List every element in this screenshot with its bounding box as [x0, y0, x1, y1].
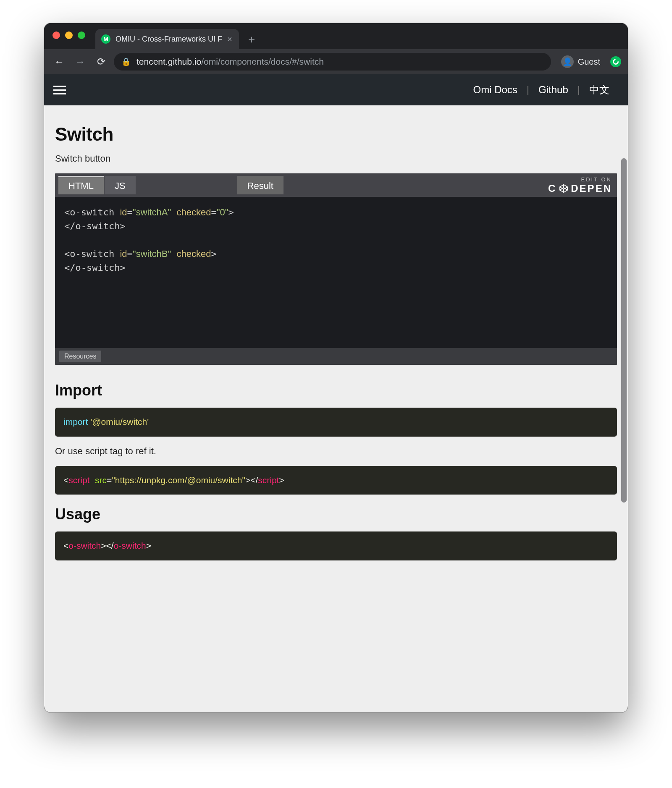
forward-button[interactable]: →: [72, 53, 89, 70]
code-usage[interactable]: <o-switch></o-switch>: [55, 531, 617, 560]
browser-tab[interactable]: M OMIU - Cross-Frameworks UI F ×: [95, 29, 239, 49]
back-button[interactable]: ←: [51, 53, 68, 70]
maximize-window-button[interactable]: [78, 31, 85, 39]
tab-js[interactable]: JS: [105, 176, 136, 194]
header-links: Omi Docs | Github | 中文: [464, 83, 619, 97]
profile-button[interactable]: 👤 Guest: [561, 55, 600, 68]
browser-window: M OMIU - Cross-Frameworks UI F × ＋ ← → ⟳…: [44, 23, 628, 712]
titlebar: M OMIU - Cross-Frameworks UI F × ＋: [44, 23, 628, 49]
page-subtitle: Switch button: [55, 153, 617, 164]
profile-label: Guest: [578, 57, 600, 67]
codepen-edit-link[interactable]: EDIT ON C DEPEN: [548, 176, 612, 194]
codepen-logo: C DEPEN: [548, 183, 612, 194]
app-header: Omi Docs | Github | 中文: [44, 74, 628, 105]
new-tab-button[interactable]: ＋: [243, 31, 260, 47]
page-title: Switch: [55, 124, 617, 145]
url-path: /omi/components/docs/#/switch: [201, 57, 324, 66]
code-editor[interactable]: <o-switch id="switchA" checked="0"> </o-…: [55, 197, 617, 348]
browser-toolbar: ← → ⟳ 🔒 tencent.github.io/omi/components…: [44, 49, 628, 74]
reload-button[interactable]: ⟳: [93, 53, 110, 70]
close-window-button[interactable]: [52, 31, 60, 39]
section-usage: Usage: [55, 505, 617, 523]
profile-avatar-icon: 👤: [561, 55, 574, 68]
code-script-tag[interactable]: <script src="https://unpkg.com/@omiu/swi…: [55, 466, 617, 495]
minimize-window-button[interactable]: [65, 31, 73, 39]
code-import[interactable]: import '@omiu/switch': [55, 408, 617, 437]
page-body: Omi Docs | Github | 中文 Switch Switch but…: [44, 74, 628, 712]
resources-button[interactable]: Resources: [59, 351, 101, 362]
codepen-icon: [559, 184, 568, 193]
tab-title: OMIU - Cross-Frameworks UI F: [116, 35, 222, 44]
edit-on-label: EDIT ON: [548, 176, 612, 183]
import-note: Or use script tag to ref it.: [55, 446, 617, 457]
address-bar[interactable]: 🔒 tencent.github.io/omi/components/docs/…: [114, 53, 551, 71]
menu-icon[interactable]: [53, 86, 66, 94]
link-github[interactable]: Github: [529, 84, 578, 96]
link-omi-docs[interactable]: Omi Docs: [464, 84, 526, 96]
tab-result[interactable]: Result: [237, 176, 284, 194]
tab-favicon: M: [101, 34, 110, 44]
section-import: Import: [55, 382, 617, 399]
codepen-tabs: HTML JS Result EDIT ON C DEPEN: [55, 173, 617, 197]
window-controls: [52, 31, 95, 49]
extension-icon[interactable]: [610, 56, 621, 67]
lock-icon: 🔒: [121, 57, 131, 66]
codepen-embed: HTML JS Result EDIT ON C DEPEN <o-switch…: [55, 173, 617, 365]
url-host: tencent.github.io: [136, 57, 201, 66]
close-tab-icon[interactable]: ×: [227, 34, 232, 44]
scrollbar[interactable]: [621, 74, 627, 712]
tab-html[interactable]: HTML: [58, 176, 104, 194]
link-chinese[interactable]: 中文: [580, 83, 619, 97]
